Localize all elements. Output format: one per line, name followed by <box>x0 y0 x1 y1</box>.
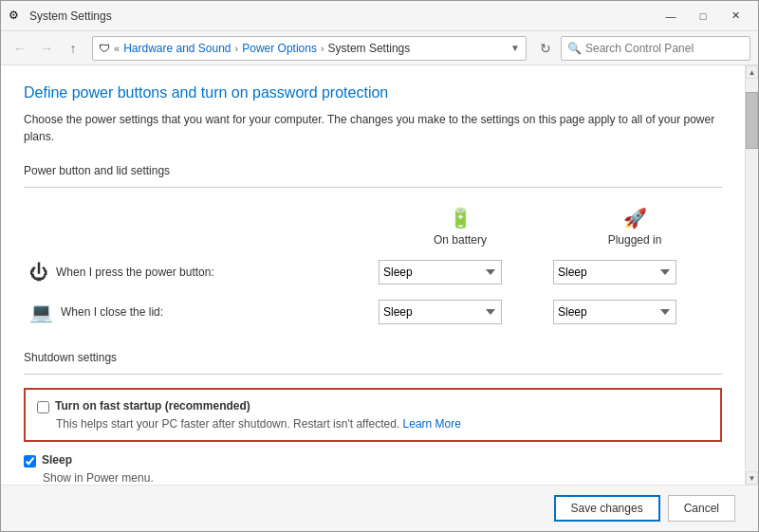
back-button[interactable]: ← <box>9 37 31 60</box>
fast-startup-box: Turn on fast startup (recommended) This … <box>24 388 722 442</box>
breadcrumb: 🛡 « Hardware and Sound › Power Options ›… <box>92 36 527 61</box>
sleep-sublabel: Show in Power menu. <box>43 471 722 485</box>
learn-more-link[interactable]: Learn More <box>403 417 461 431</box>
power-button-label: When I press the power button: <box>56 266 214 279</box>
save-changes-button[interactable]: Save changes <box>554 495 660 522</box>
search-box: 🔍 <box>561 36 750 61</box>
page-title: Define power buttons and turn on passwor… <box>24 84 722 101</box>
breadcrumb-sep-start: « <box>114 43 120 54</box>
breadcrumb-item-power[interactable]: Power Options <box>242 42 317 55</box>
scroll-up-arrow[interactable]: ▲ <box>746 65 758 79</box>
sleep-label[interactable]: Sleep <box>42 453 72 467</box>
shutdown-divider <box>24 374 722 375</box>
breadcrumb-sep-1: › <box>235 43 239 54</box>
shutdown-section: Shutdown settings Turn on fast startup (… <box>24 351 722 485</box>
table-row: 💻 When I close the lid: Do nothing Sleep… <box>24 292 722 332</box>
minimize-button[interactable]: — <box>656 5 686 28</box>
scrollbar[interactable]: ▲ ▼ <box>745 65 758 485</box>
scrollbar-thumb[interactable] <box>746 92 758 149</box>
search-icon: 🔍 <box>567 42 582 55</box>
page-description: Choose the power settings that you want … <box>24 111 722 145</box>
lid-on-battery-select[interactable]: Do nothing Sleep Hibernate Shut down Tur… <box>379 300 502 324</box>
power-button-icon: ⏻ <box>29 262 48 284</box>
content-area: Define power buttons and turn on passwor… <box>1 65 758 485</box>
breadcrumb-shield-icon: 🛡 <box>99 42 110 55</box>
breadcrumb-dropdown-icon[interactable]: ▼ <box>510 43 520 53</box>
scrollbar-track-empty <box>746 149 758 471</box>
breadcrumb-item-hardware[interactable]: Hardware and Sound <box>123 42 231 55</box>
up-button[interactable]: ↑ <box>62 37 84 60</box>
refresh-button[interactable]: ↻ <box>534 37 557 60</box>
fast-startup-sublabel: This helps start your PC faster after sh… <box>56 417 709 431</box>
sleep-section: Sleep Show in Power menu. <box>24 453 722 485</box>
power-button-plugged-in-select[interactable]: Do nothing Sleep Hibernate Shut down Tur… <box>553 260 676 284</box>
fast-startup-label[interactable]: Turn on fast startup (recommended) <box>55 399 250 413</box>
close-button[interactable]: ✕ <box>720 5 750 28</box>
power-button-on-battery-select[interactable]: Do nothing Sleep Hibernate Shut down Tur… <box>379 260 502 284</box>
lid-icon: 💻 <box>29 301 53 323</box>
maximize-button[interactable]: □ <box>688 5 718 28</box>
cancel-button[interactable]: Cancel <box>668 495 735 522</box>
plugged-in-header: 🚀 Plugged in <box>547 201 722 252</box>
window-controls: — □ ✕ <box>656 5 750 28</box>
power-section-title: Power button and lid settings <box>24 164 722 177</box>
breadcrumb-current: System Settings <box>328 42 411 55</box>
table-row: ⏻ When I press the power button: Do noth… <box>24 252 722 292</box>
lid-label: When I close the lid: <box>61 305 163 319</box>
sleep-row: Sleep <box>24 453 722 468</box>
section-divider <box>24 187 722 188</box>
on-battery-header: 🔋 On battery <box>373 201 547 252</box>
sleep-checkbox[interactable] <box>24 455 36 468</box>
rocket-icon: 🚀 <box>559 207 711 229</box>
nav-bar: ← → ↑ 🛡 « Hardware and Sound › Power Opt… <box>1 31 758 65</box>
scroll-down-arrow[interactable]: ▼ <box>746 471 758 485</box>
search-input[interactable] <box>585 42 744 55</box>
breadcrumb-sep-2: › <box>321 43 324 54</box>
lid-plugged-in-select[interactable]: Do nothing Sleep Hibernate Shut down Tur… <box>553 300 676 324</box>
main-content: Define power buttons and turn on passwor… <box>1 65 745 485</box>
shutdown-section-title: Shutdown settings <box>24 351 722 364</box>
power-settings-table: 🔋 On battery 🚀 Plugged in ⏻ <box>24 201 722 332</box>
bottom-bar: Save changes Cancel <box>1 485 758 531</box>
title-bar: ⚙ System Settings — □ ✕ <box>1 1 758 31</box>
system-settings-window: ⚙ System Settings — □ ✕ ← → ↑ 🛡 « Hardwa… <box>0 0 759 532</box>
window-icon: ⚙ <box>9 9 24 24</box>
window-title: System Settings <box>29 9 656 23</box>
fast-startup-row: Turn on fast startup (recommended) <box>37 399 709 413</box>
forward-button[interactable]: → <box>35 37 58 60</box>
fast-startup-checkbox[interactable] <box>37 401 49 413</box>
battery-icon: 🔋 <box>384 207 536 229</box>
